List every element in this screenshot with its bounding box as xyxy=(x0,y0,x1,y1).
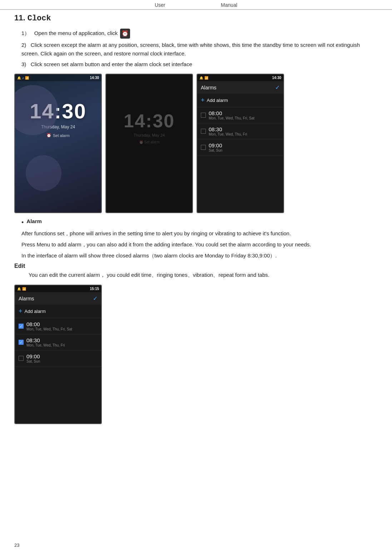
alarm-info-2-3: 09:00 Sat, Sun xyxy=(26,353,98,363)
alarm-info-1-2: 08:30 Mon, Tue, Wed, Thu, Fri xyxy=(209,126,280,136)
add-alarm-label-2: Add alarm xyxy=(25,309,46,314)
dark-screen-date: Thursday, May 24 xyxy=(134,133,165,137)
step-1: 1） Open the menu of application, click xyxy=(21,29,371,39)
add-alarm-row-2[interactable]: + Add alarm xyxy=(15,305,101,318)
bullet-alarm-label: Alarm xyxy=(26,218,42,224)
bullet-alarm: • Alarm xyxy=(21,218,371,227)
step-2: 2) Click screen except the alarm at any … xyxy=(21,41,371,58)
header-right: Manual xyxy=(221,2,237,8)
alarm-title-1: Alarms xyxy=(201,85,217,90)
alarm-check-icon-1: ✓ xyxy=(275,84,280,91)
phone-screen-alarms-1: 🔔 📶 14:30 Alarms ✓ + Add alarm 08:00 Mon… xyxy=(197,74,284,213)
alarm-item-1-2: 08:30 Mon, Tue, Wed, Thu, Fri xyxy=(197,123,283,139)
screenshots-row-2: 🔔 📶 15:15 Alarms ✓ + Add alarm ✓ 08:00 M… xyxy=(14,285,378,424)
clock-app-icon xyxy=(120,29,130,39)
alarm-item-2-3: 09:00 Sat, Sun xyxy=(15,350,101,367)
alarm-checkbox-1-3[interactable] xyxy=(201,145,206,150)
status-time-alarm1: 14:30 xyxy=(272,76,281,80)
phone-screen-dark: 14:30 Thursday, May 24 ⏰ Set alarm xyxy=(105,74,193,213)
phone-screen-lock: 🔔♪📶 14:30 14:30 Thursday, May 24 ⏰ Set a… xyxy=(14,74,102,213)
alarm-days-2-2: Mon, Tue, Wed, Thu, Fri xyxy=(26,343,98,347)
alarm-days-1-2: Mon, Tue, Wed, Thu, Fri xyxy=(209,132,280,136)
alarm-time-2-3: 09:00 xyxy=(26,353,98,359)
alarm-header-1: Alarms ✓ xyxy=(197,81,283,94)
alarm-info-2-1: 08:00 Mon, Tue, Wed, Thu, Fri, Sat xyxy=(26,321,98,331)
alarm-item-2-2: ✓ 08:30 Mon, Tue, Wed, Thu, Fri xyxy=(15,334,101,350)
header-left: User xyxy=(155,2,165,8)
edit-paragraph: You can edit the current alarm， you coul… xyxy=(29,271,378,280)
alarm-info-1-3: 09:00 Sat, Sun xyxy=(209,142,280,152)
add-icon-1: + xyxy=(201,97,205,104)
status-icons-left: 🔔♪📶 xyxy=(17,76,29,80)
screenshots-row-1: 🔔♪📶 14:30 14:30 Thursday, May 24 ⏰ Set a… xyxy=(14,74,378,213)
alarm-title-2: Alarms xyxy=(19,296,34,301)
page-header: User Manual xyxy=(0,0,392,10)
alarm-time-1-2: 08:30 xyxy=(209,126,280,132)
alarm-info-1-1: 08:00 Mon, Tue, Wed, Thu, Fri, Sat xyxy=(209,110,280,120)
step-3: 3) Click screen set alarm button and ent… xyxy=(21,60,371,69)
alarm-item-2-1: ✓ 08:00 Mon, Tue, Wed, Thu, Fri, Sat xyxy=(15,318,101,334)
status-bar-alarm1: 🔔 📶 14:30 xyxy=(197,74,283,81)
status-icons-alarm2-left: 🔔 📶 xyxy=(17,287,26,291)
set-alarm-button: ⏰ Set alarm xyxy=(46,133,70,138)
deco-circle-small xyxy=(26,155,61,191)
add-alarm-row-1[interactable]: + Add alarm xyxy=(197,94,283,107)
page-footer: 23 xyxy=(14,542,19,548)
paragraph-1: After functions set，phone will arrives i… xyxy=(21,229,371,238)
alarm-header-2: Alarms ✓ xyxy=(15,292,101,305)
section-title: 11. Clock xyxy=(14,13,378,23)
alarm-days-2-3: Sat, Sun xyxy=(26,359,98,363)
alarm-checked-2-2[interactable]: ✓ xyxy=(19,340,24,345)
alarm-checkbox-2-3[interactable] xyxy=(19,356,24,361)
status-bar-1: 🔔♪📶 14:30 xyxy=(15,74,101,81)
status-bar-alarm2: 🔔 📶 15:15 xyxy=(15,285,101,292)
phone-screen-alarms-2: 🔔 📶 15:15 Alarms ✓ + Add alarm ✓ 08:00 M… xyxy=(14,285,102,424)
status-time-1: 14:30 xyxy=(90,76,99,80)
alarm-time-2-2: 08:30 xyxy=(26,337,98,343)
alarm-checked-2-1[interactable]: ✓ xyxy=(19,324,24,329)
page-number: 23 xyxy=(14,542,19,548)
dark-set-alarm: ⏰ Set alarm xyxy=(139,140,160,144)
add-alarm-label-1: Add alarm xyxy=(207,98,228,103)
add-icon-2: + xyxy=(19,308,23,315)
alarm-item-1-1: 08:00 Mon, Tue, Wed, Thu, Fri, Sat xyxy=(197,107,283,123)
alarm-days-1-3: Sat, Sun xyxy=(209,148,280,152)
steps-container: 1） Open the menu of application, click 2… xyxy=(21,29,371,69)
edit-heading: Edit xyxy=(14,263,378,269)
status-icons-alarm1-left: 🔔 📶 xyxy=(199,76,208,80)
bullet-section: • Alarm xyxy=(21,218,371,227)
paragraph-2: Press Menu to add alarm，you can also add… xyxy=(21,240,371,249)
alarm-time-1-1: 08:00 xyxy=(209,110,280,116)
dark-screen-time: 14:30 xyxy=(124,110,175,132)
bullet-dot: • xyxy=(21,218,24,227)
alarm-days-1-1: Mon, Tue, Wed, Thu, Fri, Sat xyxy=(209,116,280,120)
alarm-checkbox-1-2[interactable] xyxy=(201,129,206,134)
alarm-time-2-1: 08:00 xyxy=(26,321,98,327)
status-time-alarm2: 15:15 xyxy=(90,287,99,291)
alarm-check-icon-2: ✓ xyxy=(93,295,98,302)
alarm-checkbox-1-1[interactable] xyxy=(201,113,206,118)
alarm-time-1-3: 09:00 xyxy=(209,142,280,148)
alarm-info-2-2: 08:30 Mon, Tue, Wed, Thu, Fri xyxy=(26,337,98,347)
alarm-days-2-1: Mon, Tue, Wed, Thu, Fri, Sat xyxy=(26,327,98,331)
paragraph-3: In the interface of alarm will show thre… xyxy=(21,251,371,260)
alarm-item-1-3: 09:00 Sat, Sun xyxy=(197,139,283,156)
